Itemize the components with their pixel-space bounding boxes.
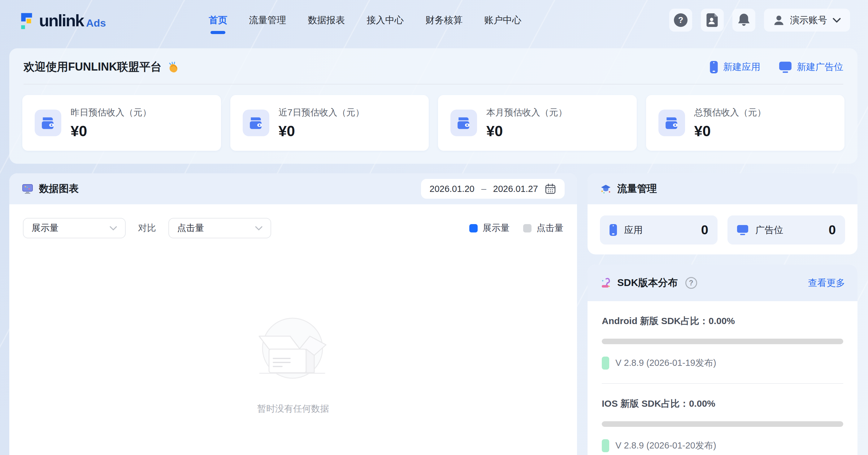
welcome-title: 欢迎使用FUNLINK联盟平台 (24, 59, 180, 74)
sdk-panel-body: Android 新版 SDK占比：0.00% V 2.8.9 (2026-01-… (588, 301, 858, 455)
document-button[interactable] (701, 9, 724, 32)
sdk-ios-version-text: V 2.8.9 (2026-01-20发布) (615, 439, 716, 452)
sdk-ios-label: IOS 新版 SDK占比：0.00% (602, 397, 843, 410)
nav-item-label: 财务核算 (425, 15, 463, 25)
sdk-version-swatch (602, 357, 609, 370)
brand-suffix: Ads (86, 16, 106, 30)
sdk-help-glyph: ? (689, 279, 693, 287)
stat-value: ¥0 (486, 123, 567, 140)
legend-item-clicks[interactable]: 点击量 (523, 222, 563, 234)
stat-value: ¥0 (70, 123, 151, 140)
clapping-hands-emoji (167, 61, 180, 73)
traffic-panel-title: 流量管理 (600, 182, 657, 195)
sdk-android-label: Android 新版 SDK占比：0.00% (602, 315, 843, 328)
brand-logo[interactable]: unlink Ads (18, 10, 106, 30)
account-name: 演示账号 (790, 14, 827, 27)
date-range-start: 2026.01.20 (430, 184, 474, 194)
stat-label: 总预估收入（元） (694, 107, 766, 119)
phone-icon (710, 61, 718, 74)
secondary-metric-select[interactable]: 点击量 (168, 218, 271, 238)
display-icon (779, 61, 792, 73)
display-icon (737, 224, 748, 236)
account-menu[interactable]: 演示账号 (764, 9, 850, 32)
new-app-button[interactable]: 新建应用 (710, 61, 760, 74)
nav-item-label: 数据报表 (308, 15, 345, 25)
welcome-card: 欢迎使用FUNLINK联盟平台 新建应用 (9, 48, 858, 164)
nav-item-reports[interactable]: 数据报表 (307, 9, 345, 32)
brand-wordmark: unlink (39, 11, 84, 30)
traffic-management-panel: 流量管理 应用 0 (588, 173, 858, 254)
stat-label: 昨日预估收入（元） (70, 107, 151, 119)
notifications-button[interactable] (733, 9, 755, 32)
traffic-panel-header: 流量管理 (588, 173, 858, 204)
wallet-icon (249, 116, 264, 130)
stat-value: ¥0 (279, 123, 364, 140)
help-glyph: ? (678, 16, 683, 25)
sdk-view-more-link[interactable]: 查看更多 (808, 277, 845, 290)
nav-item-home[interactable]: 首页 (208, 9, 228, 32)
help-icon: ? (674, 13, 687, 27)
nav-item-traffic[interactable]: 流量管理 (248, 9, 287, 32)
phone-icon (609, 224, 617, 236)
chart-empty-state: 暂时没有任何数据 (23, 316, 563, 415)
stat-label: 本月预估收入（元） (486, 107, 567, 119)
traffic-emoji (600, 183, 612, 195)
divider (602, 383, 843, 384)
page: unlink Ads 首页 流量管理 数据报表 接入中心 财务核算 账户中心 (0, 0, 868, 455)
wallet-icon (664, 116, 679, 130)
traffic-panel-title-text: 流量管理 (617, 182, 657, 195)
placements-tile[interactable]: 广告位 0 (727, 215, 845, 245)
sdk-help-icon[interactable]: ? (685, 277, 697, 289)
stat-info: 总预估收入（元） ¥0 (694, 107, 766, 140)
chevron-down-icon (110, 226, 117, 231)
new-app-label: 新建应用 (723, 61, 760, 73)
apps-tile-value: 0 (701, 222, 708, 237)
sdk-panel-header: SDK版本分布 ? 查看更多 (588, 265, 858, 301)
main-nav: 首页 流量管理 数据报表 接入中心 财务核算 账户中心 (208, 9, 522, 32)
sdk-entry-android: Android 新版 SDK占比：0.00% V 2.8.9 (2026-01-… (602, 315, 843, 370)
legend-label: 点击量 (536, 222, 563, 234)
legend-swatch-impressions (469, 224, 478, 233)
wallet-icon-badge (243, 110, 269, 136)
new-placement-button[interactable]: 新建广告位 (779, 61, 843, 73)
sdk-android-version-text: V 2.8.9 (2026-01-19发布) (615, 357, 716, 369)
sdk-ios-progress-track (602, 421, 843, 427)
nav-item-integration[interactable]: 接入中心 (366, 9, 404, 32)
empty-state-text: 暂时没有任何数据 (257, 403, 329, 415)
chart-panel-header: 数据图表 2026.01.20 – 2026.01.27 (9, 173, 577, 204)
sdk-version-swatch (602, 439, 609, 452)
placements-tile-label: 广告位 (755, 224, 783, 237)
placements-tile-value: 0 (829, 222, 836, 237)
stat-value: ¥0 (694, 123, 766, 140)
chevron-down-icon (833, 18, 841, 23)
help-button[interactable]: ? (669, 9, 692, 32)
calendar-icon (545, 183, 556, 194)
chart-panel-title-text: 数据图表 (39, 182, 79, 195)
sdk-panel-title-text: SDK版本分布 (617, 276, 678, 290)
nav-item-label: 接入中心 (367, 15, 404, 25)
welcome-actions: 新建应用 新建广告位 (710, 61, 843, 74)
sdk-ios-version-row: V 2.8.9 (2026-01-20发布) (602, 439, 843, 452)
bell-icon (737, 13, 750, 27)
top-navbar: unlink Ads 首页 流量管理 数据报表 接入中心 财务核算 账户中心 (0, 0, 868, 40)
apps-tile[interactable]: 应用 0 (600, 215, 718, 245)
nav-item-finance[interactable]: 财务核算 (425, 9, 463, 32)
welcome-header: 欢迎使用FUNLINK联盟平台 新建应用 (9, 48, 858, 74)
legend-item-impressions[interactable]: 展示量 (469, 222, 509, 234)
primary-metric-value: 展示量 (32, 222, 59, 234)
nav-item-account[interactable]: 账户中心 (484, 9, 522, 32)
stat-cards-row: 昨日预估收入（元） ¥0 近7日预估收入（元） ¥0 (9, 85, 858, 151)
empty-box-illustration (253, 316, 333, 382)
stat-info: 本月预估收入（元） ¥0 (486, 107, 567, 140)
date-range-picker[interactable]: 2026.01.20 – 2026.01.27 (421, 179, 565, 199)
main-content: 数据图表 2026.01.20 – 2026.01.27 (9, 173, 858, 455)
right-sidebar: 流量管理 应用 0 (588, 173, 858, 455)
stat-info: 昨日预估收入（元） ¥0 (70, 107, 151, 140)
chevron-down-icon (255, 226, 262, 231)
sdk-android-progress-track (602, 339, 843, 344)
primary-metric-select[interactable]: 展示量 (23, 218, 126, 238)
sdk-emoji (600, 277, 612, 289)
legend-label: 展示量 (483, 222, 509, 234)
user-icon (773, 14, 784, 26)
chart-legend: 展示量 点击量 (469, 222, 563, 234)
